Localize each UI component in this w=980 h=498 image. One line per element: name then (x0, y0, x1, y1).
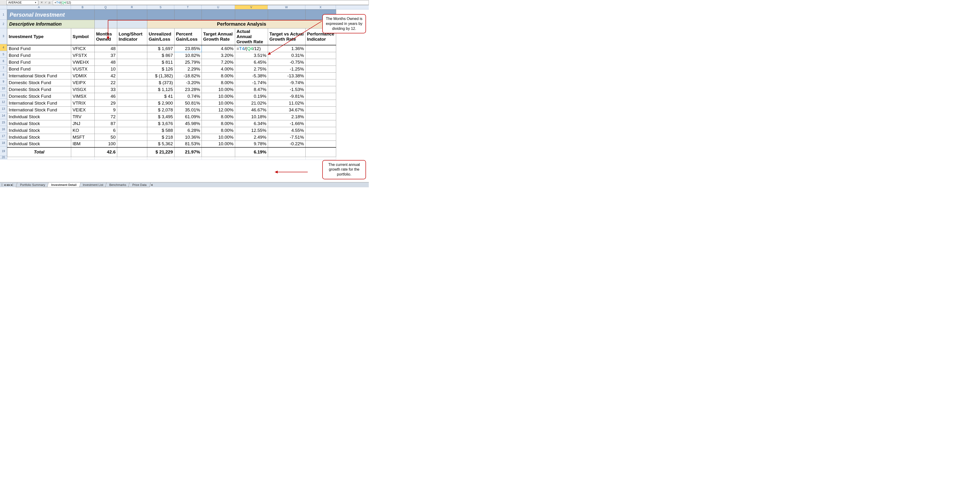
target-growth[interactable]: 12.00% (202, 107, 235, 113)
percent-gl[interactable]: 10.36% (175, 134, 202, 140)
row-header-17[interactable]: 17 (0, 133, 7, 140)
symbol[interactable]: VUSTX (71, 65, 95, 72)
total-blank[interactable] (71, 147, 95, 157)
column-header-V[interactable]: V (235, 5, 268, 9)
investment-type[interactable]: Domestic Stock Fund (7, 86, 71, 93)
row-header-7[interactable]: 7 (0, 65, 7, 72)
column-header-W[interactable]: W (268, 5, 305, 9)
target-growth[interactable]: 4.00% (202, 65, 235, 72)
symbol[interactable]: KO (71, 127, 95, 134)
header-7[interactable]: Actual Annual Growth Rate (235, 29, 268, 45)
sheet-tab-benchmarks[interactable]: Benchmarks (105, 183, 130, 187)
target-vs-actual[interactable]: -1.25% (268, 65, 305, 72)
blank-cell[interactable] (117, 157, 147, 160)
blank-cell[interactable] (95, 157, 117, 160)
months-owned[interactable]: 6 (95, 127, 117, 134)
investment-type[interactable]: International Stock Fund (7, 72, 71, 79)
percent-gl[interactable]: 23.28% (175, 86, 202, 93)
unrealized-gl[interactable]: $ 1,697 (147, 45, 175, 52)
months-owned[interactable]: 42 (95, 72, 117, 79)
perf-indicator[interactable] (305, 100, 336, 107)
tab-scroll-hint-icon[interactable]: ◀ (151, 183, 153, 186)
tab-nav-first-icon[interactable]: ▏◀ (2, 184, 6, 186)
row-header-20[interactable]: 20 (0, 156, 7, 159)
header-8[interactable]: Target vs Actual Growth Rate (268, 29, 305, 45)
investment-type[interactable]: International Stock Fund (7, 100, 71, 107)
perf-indicator[interactable] (305, 140, 336, 147)
unrealized-gl[interactable]: $ 811 (147, 59, 175, 65)
months-owned[interactable]: 10 (95, 65, 117, 72)
percent-gl[interactable]: -3.20% (175, 79, 202, 86)
perf-indicator[interactable] (305, 120, 336, 127)
long-short[interactable] (117, 45, 147, 52)
header-5[interactable]: Percent Gain/Loss (175, 29, 202, 45)
long-short[interactable] (117, 140, 147, 147)
fx-icon[interactable]: fx (49, 1, 51, 4)
investment-type[interactable]: Individual Stock (7, 120, 71, 127)
long-short[interactable] (117, 100, 147, 107)
investment-type[interactable]: Individual Stock (7, 140, 71, 147)
months-owned[interactable]: 87 (95, 120, 117, 127)
target-growth[interactable]: 3.20% (202, 52, 235, 59)
long-short[interactable] (117, 65, 147, 72)
perf-indicator[interactable] (305, 113, 336, 120)
investment-type[interactable]: Bond Fund (7, 52, 71, 59)
symbol[interactable]: VFSTX (71, 52, 95, 59)
unrealized-gl[interactable]: $ 2,900 (147, 100, 175, 107)
actual-growth[interactable]: 46.67% (235, 107, 268, 113)
symbol[interactable]: TRV (71, 113, 95, 120)
percent-gl[interactable]: 50.81% (175, 100, 202, 107)
column-header-Q[interactable]: Q (94, 5, 117, 9)
section-descriptive[interactable]: Descriptive Information (7, 20, 95, 29)
percent-gl[interactable]: 45.98% (175, 120, 202, 127)
unrealized-gl[interactable]: $ 1,125 (147, 86, 175, 93)
worksheet-title[interactable]: Personal Investment (7, 10, 95, 20)
name-box-dropdown-icon[interactable]: ▼ (35, 2, 37, 4)
title-blank[interactable] (202, 10, 235, 20)
sheet-tab-price-data[interactable]: Price Data (128, 183, 151, 187)
actual-growth[interactable]: 2.75% (235, 65, 268, 72)
months-owned[interactable]: 9 (95, 107, 117, 113)
long-short[interactable] (117, 72, 147, 79)
symbol[interactable]: VDMIX (71, 72, 95, 79)
column-header-B[interactable]: B (71, 5, 94, 9)
target-growth[interactable]: 8.00% (202, 127, 235, 134)
title-blank[interactable] (235, 10, 268, 20)
row-header-9[interactable]: 9 (0, 78, 7, 85)
blank-cell[interactable] (305, 157, 336, 160)
perf-indicator[interactable] (305, 93, 336, 100)
target-growth[interactable]: 4.60% (202, 45, 235, 52)
row-header-2[interactable]: 2 (0, 20, 7, 28)
actual-growth[interactable]: 9.78% (235, 140, 268, 147)
target-growth[interactable]: 8.00% (202, 113, 235, 120)
row-header-8[interactable]: 8 (0, 72, 7, 78)
row-header-12[interactable]: 12 (0, 99, 7, 105)
months-owned[interactable]: 72 (95, 113, 117, 120)
blank-cell[interactable] (7, 157, 71, 160)
percent-gl[interactable]: 2.29% (175, 65, 202, 72)
investment-type[interactable]: Bond Fund (7, 65, 71, 72)
perf-indicator[interactable] (305, 72, 336, 79)
months-owned[interactable]: 29 (95, 100, 117, 107)
target-growth[interactable]: 8.00% (202, 72, 235, 79)
cancel-icon[interactable]: ✕ (41, 1, 43, 4)
target-growth[interactable]: 10.00% (202, 86, 235, 93)
target-vs-actual[interactable]: 4.55% (268, 127, 305, 134)
long-short[interactable] (117, 107, 147, 113)
unrealized-gl[interactable]: $ 867 (147, 52, 175, 59)
target-vs-actual[interactable]: 11.02% (268, 100, 305, 107)
header-3[interactable]: Long/Short Indicator (117, 29, 147, 45)
row-header-14[interactable]: 14 (0, 112, 7, 119)
months-owned[interactable]: 22 (95, 79, 117, 86)
percent-gl[interactable]: -18.82% (175, 72, 202, 79)
percent-gl[interactable]: 10.82% (175, 52, 202, 59)
symbol[interactable]: JNJ (71, 120, 95, 127)
section-blank[interactable] (95, 20, 117, 29)
actual-growth[interactable]: 0.19% (235, 93, 268, 100)
total-act[interactable]: 6.19% (235, 147, 268, 157)
months-owned[interactable]: 37 (95, 52, 117, 59)
investment-type[interactable]: Individual Stock (7, 134, 71, 140)
unrealized-gl[interactable]: $ 126 (147, 65, 175, 72)
long-short[interactable] (117, 52, 147, 59)
perf-indicator[interactable] (305, 52, 336, 59)
